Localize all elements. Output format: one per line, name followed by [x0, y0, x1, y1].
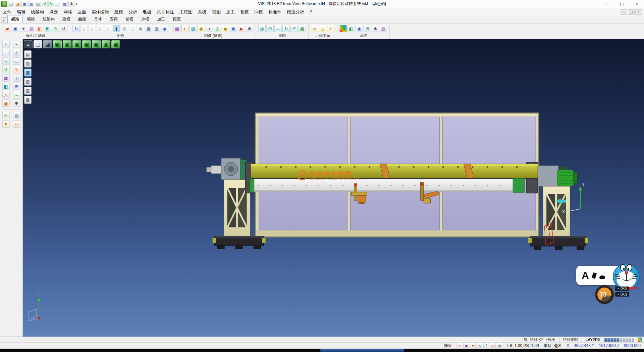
- model-canvas[interactable]: Y X Y: [23, 39, 644, 337]
- ribbon-tab[interactable]: 塑模: [122, 15, 137, 24]
- ribbon-tab[interactable]: 模流: [169, 15, 184, 24]
- shaded-cube-icon[interactable]: ◪: [43, 40, 52, 48]
- snap-settings-icon[interactable]: ⌖: [2, 41, 10, 48]
- zoom-window-icon[interactable]: ⊞: [266, 25, 274, 32]
- menu-item[interactable]: 文件: [0, 8, 14, 16]
- letter-a-tool[interactable]: A: [582, 270, 589, 281]
- shadow-icon[interactable]: ◑: [206, 25, 213, 32]
- minimize-button[interactable]: —: [600, 0, 614, 8]
- snap-label[interactable]: 捕捉: [444, 343, 452, 349]
- dim-style-icon[interactable]: ▯: [129, 25, 136, 32]
- attribute-copy-icon[interactable]: ▣: [12, 25, 19, 32]
- menu-item[interactable]: 曲面: [75, 8, 89, 16]
- system-options-icon[interactable]: ✱: [372, 25, 379, 32]
- open-file-icon[interactable]: ◪: [15, 1, 21, 7]
- color-filter-icon[interactable]: ◧: [36, 25, 43, 32]
- desktop-widget[interactable]: A 73 % 0K/s 0K/s: [576, 264, 642, 308]
- view-list-icon[interactable]: ≡: [24, 40, 33, 48]
- style-manager-icon[interactable]: ▣: [137, 25, 144, 32]
- absolute-view-label[interactable]: 绝对视图: [562, 337, 579, 342]
- ribbon-tab[interactable]: 加工: [153, 15, 169, 24]
- rotary-beam[interactable]: [246, 162, 538, 193]
- target-icon[interactable]: ◎: [13, 120, 20, 128]
- menu-item[interactable]: 标准件: [266, 8, 284, 16]
- view-right-icon[interactable]: ▣: [102, 40, 110, 48]
- workplane-standard-icon[interactable]: ▱: [311, 25, 318, 32]
- workplane-3points-icon[interactable]: △: [319, 25, 326, 32]
- ribbon-tab[interactable]: 曲面: [74, 15, 90, 24]
- doraemon-mascot[interactable]: [613, 264, 640, 290]
- previous-view-icon[interactable]: ↶: [290, 25, 298, 32]
- element-filter-icon[interactable]: ▼: [20, 25, 27, 32]
- point-style-icon[interactable]: ▯: [97, 25, 104, 32]
- tools-icon[interactable]: ✱: [13, 99, 20, 107]
- ribbon-tab[interactable]: 应用: [106, 15, 121, 24]
- undo-icon[interactable]: ↺: [42, 1, 48, 7]
- wireframe-cube-icon[interactable]: ▢: [34, 40, 42, 48]
- quick-access-more-button[interactable]: ▾: [74, 2, 79, 6]
- move-icon[interactable]: ↔: [13, 91, 20, 98]
- view-search-icon[interactable]: [524, 338, 527, 341]
- save-all-icon[interactable]: ▦: [28, 1, 34, 7]
- menu-item[interactable]: 模流分析: [284, 8, 307, 16]
- performance-icon[interactable]: ▧: [380, 25, 387, 32]
- trim-icon[interactable]: ✂: [13, 41, 20, 48]
- half-section-icon[interactable]: ◧: [2, 83, 10, 90]
- view-back-icon[interactable]: ▣: [82, 40, 91, 48]
- viewport-toggle-3[interactable]: ▦: [24, 69, 32, 77]
- save-icon[interactable]: ▣: [21, 1, 28, 7]
- dropdown-icon[interactable]: ▼: [2, 120, 10, 128]
- solid-icon[interactable]: ▣: [2, 99, 10, 107]
- type-filter-icon[interactable]: ◩: [44, 25, 51, 32]
- pen-tool-icon[interactable]: [591, 272, 597, 279]
- menu-item[interactable]: 网格: [61, 8, 75, 16]
- split-icon[interactable]: ◫: [13, 74, 20, 82]
- settings-icon[interactable]: ✱: [68, 1, 74, 7]
- shading-mode-icon[interactable]: ◧: [347, 25, 355, 32]
- wheel-toggle-icon[interactable]: ◎: [490, 343, 496, 348]
- table-style-icon[interactable]: ▦: [145, 25, 152, 32]
- maximize-button[interactable]: ▢: [614, 0, 629, 8]
- menu-item[interactable]: 线架构: [28, 8, 47, 16]
- layers-toggle-icon[interactable]: ▤: [497, 343, 502, 348]
- lighting-icon[interactable]: ◉: [198, 25, 205, 32]
- ribbon-tab[interactable]: 冲模: [138, 15, 153, 24]
- line-weight-icon[interactable]: ▯: [89, 25, 96, 32]
- calculator-icon[interactable]: ⊞: [55, 1, 61, 7]
- animation-icon[interactable]: ▶: [238, 25, 245, 32]
- mesh-icon[interactable]: ▦: [2, 74, 10, 82]
- close-button[interactable]: ×: [629, 0, 644, 8]
- quality-icon[interactable]: ◆: [222, 25, 229, 32]
- view-left-icon[interactable]: ▣: [92, 40, 101, 48]
- menu-item[interactable]: 系统: [195, 8, 209, 16]
- rotate-view-icon[interactable]: ↻: [282, 25, 290, 32]
- attribute-paint-icon[interactable]: ▰: [4, 25, 11, 32]
- line-style-icon[interactable]: ▯: [80, 25, 88, 32]
- pan-icon[interactable]: ↔: [274, 25, 282, 32]
- viewport-toggle-1[interactable]: ▤: [24, 50, 32, 58]
- world-icon[interactable]: ◉: [356, 25, 363, 32]
- mdi-close-button[interactable]: ×: [635, 9, 642, 15]
- rectangle-icon[interactable]: ▭: [13, 57, 20, 65]
- array-icon[interactable]: ⊞: [13, 83, 20, 90]
- view-manager-icon[interactable]: ▦: [299, 25, 306, 32]
- redo-icon[interactable]: ↻: [48, 1, 54, 7]
- layer-color-bars[interactable]: [604, 338, 634, 342]
- profile-icon[interactable]: ◇: [2, 57, 10, 65]
- layers-icon[interactable]: ▤: [13, 112, 20, 119]
- layer-label[interactable]: LAYER0: [584, 338, 601, 342]
- info-toggle-icon[interactable]: 2: [483, 343, 489, 348]
- print-icon[interactable]: ▤: [35, 1, 41, 7]
- menu-item[interactable]: 视图: [209, 8, 223, 16]
- snapshot-icon[interactable]: ▣: [230, 25, 237, 32]
- viewport-toggle-5[interactable]: ▨: [24, 87, 32, 95]
- texture-icon[interactable]: ▨: [190, 25, 197, 32]
- rotate-icon[interactable]: ↺: [2, 66, 10, 73]
- visi-logo[interactable]: V: [1, 1, 7, 7]
- view-bottom-icon[interactable]: ▣: [111, 40, 120, 48]
- viewport-toggle-6[interactable]: ▩: [24, 96, 32, 104]
- workplane-align-icon[interactable]: ∠: [327, 25, 334, 32]
- view-top-icon[interactable]: ▣: [63, 40, 71, 48]
- add-icon[interactable]: ⊕: [2, 112, 10, 119]
- layer-filter-icon[interactable]: ▤: [28, 25, 35, 32]
